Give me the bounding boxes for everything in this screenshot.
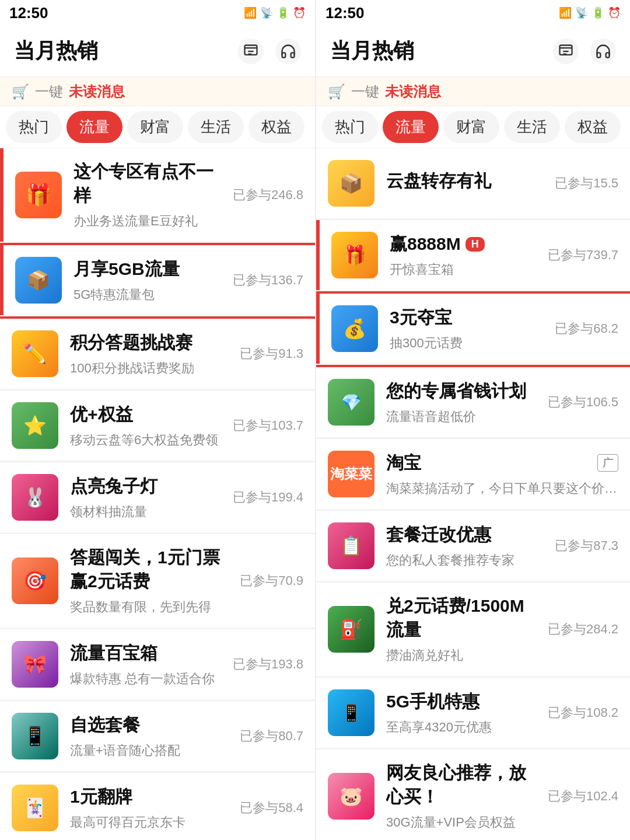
item-icon: 📱 bbox=[328, 689, 374, 736]
item-subtitle: 抽300元话费 bbox=[390, 334, 543, 352]
tab-wealth-left[interactable]: 财富 bbox=[127, 111, 183, 143]
alarm-icon-left: ⏰ bbox=[293, 6, 306, 19]
list-item[interactable]: 🐰 点亮兔子灯 领材料抽流量 已参与199.4 bbox=[0, 462, 315, 532]
header-left: 当月热销 bbox=[0, 26, 315, 77]
header-title-left: 当月热销 bbox=[14, 37, 98, 65]
svg-rect-0 bbox=[245, 45, 257, 54]
item-content: 月享5GB流量 5G特惠流量包 bbox=[74, 257, 221, 304]
tab-wealth-right[interactable]: 财富 bbox=[443, 111, 499, 143]
left-panel: 12:50 📶 📡 🔋 ⏰ 当月热销 bbox=[0, 0, 315, 840]
item-title: 月享5GB流量 bbox=[74, 257, 221, 281]
item-icon: 🎯 bbox=[12, 557, 58, 604]
item-icon: 淘菜菜 bbox=[328, 451, 374, 497]
list-item[interactable]: ⭐ 优+权益 移动云盘等6大权益免费领 已参与103.7 bbox=[0, 391, 315, 461]
tab-benefit-right[interactable]: 权益 bbox=[565, 111, 621, 143]
content-list-right: 📦 云盘转存有礼 已参与15.5 🎁 赢8888M H 开惊喜宝箱 已参与739… bbox=[316, 148, 630, 840]
list-item[interactable]: 💰 3元夺宝 抽300元话费 已参与68.2 bbox=[316, 294, 630, 364]
item-title: 答题闯关，1元门票赢2元话费 bbox=[70, 546, 228, 594]
item-content: 流量百宝箱 爆款特惠 总有一款适合你 bbox=[70, 642, 221, 688]
list-item[interactable]: 📋 套餐迁改优惠 您的私人套餐推荐专家 已参与87.3 bbox=[316, 511, 630, 581]
list-item[interactable]: 🎀 流量百宝箱 爆款特惠 总有一款适合你 已参与193.8 bbox=[0, 629, 315, 699]
content-list-left: 🎁 这个专区有点不一样 办业务送流量E豆好礼 已参与246.8 📦 月享5GB流… bbox=[0, 148, 315, 840]
list-item[interactable]: ⛽ 兑2元话费/1500M流量 攒油滴兑好礼 已参与284.2 bbox=[316, 583, 630, 676]
notification-link-left[interactable]: 未读消息 bbox=[69, 82, 125, 101]
tab-life-left[interactable]: 生活 bbox=[188, 111, 244, 143]
right-panel: 12:50 📶 📡 🔋 ⏰ 当月热销 bbox=[315, 0, 630, 840]
item-subtitle: 攒油滴兑好礼 bbox=[386, 647, 536, 664]
battery-icon-right: 🔋 bbox=[592, 6, 604, 19]
item-content: 您的专属省钱计划 流量语音超低价 bbox=[386, 379, 536, 426]
customer-service-icon-left[interactable] bbox=[238, 39, 264, 64]
item-title: 网友良心推荐，放心买！ bbox=[386, 761, 536, 809]
item-title: 自选套餐 bbox=[70, 713, 228, 737]
list-item[interactable]: 🃏 1元翻牌 最高可得百元京东卡 已参与58.4 bbox=[0, 773, 315, 840]
notification-text-right: 一键 bbox=[351, 82, 379, 101]
item-content: 点亮兔子灯 领材料抽流量 bbox=[70, 475, 221, 521]
list-item[interactable]: 📱 自选套餐 流量+语音随心搭配 已参与80.7 bbox=[0, 701, 315, 771]
header-icons-left bbox=[238, 39, 301, 64]
status-icons-left: 📶 📡 🔋 ⏰ bbox=[244, 6, 306, 19]
item-count: 已参与739.7 bbox=[548, 246, 618, 264]
battery-icon-left: 🔋 bbox=[276, 6, 289, 19]
list-item[interactable]: 🎯 答题闯关，1元门票赢2元话费 奖品数量有限，先到先得 已参与70.9 bbox=[0, 534, 315, 628]
item-title: 赢8888M H bbox=[390, 232, 536, 256]
header-icons-right bbox=[553, 39, 616, 64]
tab-hot-left[interactable]: 热门 bbox=[6, 111, 62, 143]
item-subtitle: 5G特惠流量包 bbox=[74, 286, 221, 304]
item-content: 赢8888M H 开惊喜宝箱 bbox=[390, 232, 536, 278]
item-title: 套餐迁改优惠 bbox=[386, 523, 543, 547]
notification-link-right[interactable]: 未读消息 bbox=[385, 82, 441, 101]
item-title: 云盘转存有礼 bbox=[386, 169, 543, 193]
item-icon: 🐰 bbox=[12, 474, 58, 521]
item-count: 已参与193.8 bbox=[233, 656, 303, 673]
signal-icon-left: 📶 bbox=[244, 6, 257, 19]
item-title: 您的专属省钱计划 bbox=[386, 379, 536, 403]
list-item[interactable]: 🎁 这个专区有点不一样 办业务送流量E豆好礼 已参与246.8 bbox=[0, 148, 315, 242]
item-title: 1元翻牌 bbox=[70, 785, 228, 809]
item-count: 已参与70.9 bbox=[240, 572, 303, 590]
tab-hot-right[interactable]: 热门 bbox=[322, 111, 378, 143]
list-item[interactable]: 📦 月享5GB流量 5G特惠流量包 已参与136.7 bbox=[0, 245, 315, 315]
item-content: 优+权益 移动云盘等6大权益免费领 bbox=[70, 403, 221, 449]
item-icon: 📦 bbox=[15, 257, 62, 304]
tab-benefit-left[interactable]: 权益 bbox=[249, 111, 304, 143]
list-item[interactable]: 📦 云盘转存有礼 已参与15.5 bbox=[316, 148, 630, 218]
item-subtitle: 办业务送流量E豆好礼 bbox=[74, 212, 221, 230]
notification-bar-right: 🛒 一键 未读消息 bbox=[316, 77, 630, 106]
item-icon: ⭐ bbox=[12, 402, 58, 449]
tabs-bar-left: 热门 流量 财富 生活 权益 bbox=[0, 106, 315, 148]
item-content: 3元夺宝 抽300元话费 bbox=[390, 306, 543, 352]
item-count: 已参与102.4 bbox=[548, 787, 618, 805]
list-item[interactable]: 💎 您的专属省钱计划 流量语音超低价 已参与106.5 bbox=[316, 367, 630, 437]
headset-icon-left[interactable] bbox=[275, 39, 301, 64]
item-content: 自选套餐 流量+语音随心搭配 bbox=[70, 713, 228, 759]
item-subtitle: 淘菜菜搞活动了，今日下单只要这个价，你也快来抢— bbox=[386, 480, 618, 497]
list-item[interactable]: 🎁 赢8888M H 开惊喜宝箱 已参与739.7 bbox=[316, 220, 630, 290]
item-count: 已参与87.3 bbox=[555, 537, 618, 555]
list-item[interactable]: 📱 5G手机特惠 至高享4320元优惠 已参与108.2 bbox=[316, 678, 630, 748]
item-icon: 🃏 bbox=[12, 785, 58, 831]
item-subtitle: 奖品数量有限，先到先得 bbox=[70, 598, 228, 616]
tab-flow-right[interactable]: 流量 bbox=[383, 111, 439, 143]
notification-icon-right: 🛒 bbox=[328, 83, 345, 100]
list-item[interactable]: 🐷 网友良心推荐，放心买！ 30G流量+VIP会员权益 已参与102.4 bbox=[316, 750, 630, 840]
status-bar-left: 12:50 📶 📡 🔋 ⏰ bbox=[0, 0, 315, 26]
item-title: 3元夺宝 bbox=[390, 306, 543, 330]
alarm-icon-right: ⏰ bbox=[608, 6, 621, 19]
item-count: 已参与91.3 bbox=[240, 345, 303, 363]
tab-life-right[interactable]: 生活 bbox=[504, 111, 560, 143]
wifi-icon-right: 📡 bbox=[575, 6, 588, 19]
list-item[interactable]: 淘菜菜 淘宝 广 淘菜菜搞活动了，今日下单只要这个价，你也快来抢— bbox=[316, 439, 630, 509]
item-icon: 📱 bbox=[12, 713, 58, 759]
list-item[interactable]: ✏️ 积分答题挑战赛 100积分挑战话费奖励 已参与91.3 bbox=[0, 319, 315, 389]
item-count: 已参与103.7 bbox=[233, 417, 303, 434]
status-time-left: 12:50 bbox=[9, 4, 48, 22]
item-subtitle: 至高享4320元优惠 bbox=[386, 719, 536, 736]
item-count: 已参与106.5 bbox=[548, 393, 618, 411]
tab-flow-left[interactable]: 流量 bbox=[66, 111, 123, 143]
item-count: 已参与246.8 bbox=[233, 186, 303, 204]
item-count: 已参与58.4 bbox=[240, 799, 303, 817]
wifi-icon-left: 📡 bbox=[260, 6, 273, 19]
customer-service-icon-right[interactable] bbox=[553, 39, 579, 64]
headset-icon-right[interactable] bbox=[590, 39, 616, 64]
